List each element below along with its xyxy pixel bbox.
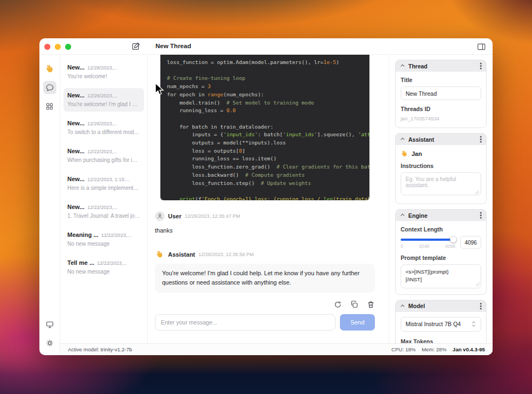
engine-card-header[interactable]: Engine — [396, 210, 486, 221]
thread-list-item[interactable]: New... 12/22/2023,... 1. Travel Journal:… — [63, 200, 144, 223]
kebab-menu-icon[interactable] — [480, 138, 482, 140]
resize-handle-icon[interactable] — [475, 190, 479, 195]
engine-card: Engine Context Length — [395, 209, 487, 295]
close-button[interactable] — [44, 44, 50, 50]
traffic-lights — [44, 44, 71, 50]
thread-preview: No new message — [67, 269, 140, 275]
monitor-icon[interactable] — [43, 318, 56, 331]
card-title: Model — [408, 303, 425, 309]
slider-ticks: 0 2048 4096 — [401, 244, 455, 249]
active-model-status: Active model: trinity-v1.2-7b — [68, 346, 132, 352]
copy-icon[interactable] — [350, 300, 358, 309]
app-version: Jan v0.4.3-95 — [453, 346, 485, 352]
left-icon-rail — [39, 55, 60, 355]
kebab-menu-icon[interactable] — [480, 65, 482, 67]
prompt-template-textarea[interactable]: <s>[INST]{prompt} [/INST] — [401, 264, 481, 288]
model-card-header[interactable]: Model — [396, 300, 486, 312]
card-title: Engine — [408, 212, 427, 219]
chevron-up-icon — [400, 63, 405, 68]
message-role: Assistant — [168, 251, 195, 258]
user-avatar-icon — [155, 211, 165, 221]
panel-toggle-icon[interactable] — [477, 42, 486, 51]
assistant-card: Assistant Jan Instructions — [395, 133, 487, 204]
message-text: thanks — [155, 226, 375, 235]
thread-title: New... — [67, 120, 84, 126]
max-tokens-label: Max Tokens — [401, 338, 481, 343]
thread-list-item[interactable]: Meaning ... 12/22/2023,... No new messag… — [63, 228, 144, 251]
assistant-card-header[interactable]: Assistant — [396, 134, 486, 145]
thread-preview: You're welcome! — [67, 73, 140, 79]
card-title: Assistant — [408, 136, 434, 143]
context-length-value[interactable]: 4096 — [460, 236, 481, 249]
threads-id-label: Threads ID — [401, 106, 481, 112]
message-bubble: You're welcome! I'm glad I could help. L… — [155, 264, 375, 293]
chat-threads-icon[interactable] — [43, 81, 56, 94]
message-input[interactable] — [155, 314, 336, 331]
chat-area: loss_function = optim.Adam(model.paramet… — [148, 55, 389, 343]
thread-preview: 1. Travel Journal: A travel journ... — [67, 213, 140, 219]
instructions-textarea[interactable] — [401, 172, 481, 195]
message-actions — [148, 300, 375, 309]
settings-panel: Thread Title Threads ID jan_1703574534 — [389, 55, 493, 343]
thread-list-item[interactable]: New... 12/22/2023, 1:15:... Here is a si… — [63, 172, 144, 195]
code-block: loss_function = optim.Adam(model.paramet… — [160, 55, 369, 200]
kebab-menu-icon[interactable] — [480, 215, 482, 216]
thread-title: New... — [67, 148, 84, 154]
chevron-up-icon — [400, 304, 405, 309]
trash-icon[interactable] — [367, 300, 375, 309]
thread-date: 12/22/2023,... — [87, 149, 117, 154]
thread-title: New... — [67, 176, 84, 182]
chevron-up-icon — [400, 213, 405, 218]
resize-handle-icon[interactable] — [475, 282, 480, 287]
slider-thumb[interactable] — [450, 236, 457, 243]
card-title: Thread — [408, 63, 427, 69]
apps-grid-icon[interactable] — [43, 100, 56, 113]
updown-chevron-icon — [471, 321, 476, 327]
compose-icon[interactable] — [131, 42, 141, 51]
jan-app-window: New Thread — [39, 38, 493, 355]
assistant-message: Assistant 12/26/2023, 12:35:56 PM You're… — [148, 235, 389, 293]
context-length-slider[interactable] — [401, 239, 455, 241]
thread-date: 12/22/2023,... — [97, 260, 127, 266]
wave-hand-icon[interactable] — [43, 62, 56, 76]
prompt-template-label: Prompt template — [401, 254, 481, 261]
thread-title: Meaning ... — [67, 231, 99, 238]
thread-title: Tell me ... — [67, 259, 94, 266]
thread-list-item[interactable]: New... 12/22/2023,... When purchasing gi… — [63, 144, 144, 167]
thread-preview: To switch to a different model,... — [67, 129, 140, 135]
kebab-menu-icon[interactable] — [480, 305, 482, 307]
thread-title-input[interactable] — [401, 86, 481, 100]
regenerate-icon[interactable] — [334, 300, 342, 309]
message-timestamp: 12/26/2023, 12:35:56 PM — [199, 252, 254, 257]
thread-card-header[interactable]: Thread — [396, 60, 486, 72]
thread-list-item[interactable]: New... 12/26/2023,... To switch to a dif… — [63, 116, 144, 140]
threads-id-value: jan_1703574534 — [401, 115, 481, 121]
minimize-button[interactable] — [55, 44, 61, 50]
thread-preview: Here is a simple implementati... — [67, 185, 140, 191]
message-timestamp: 12/26/2023, 12:35:47 PM — [184, 213, 240, 219]
model-select[interactable]: Mistral Instruct 7B Q4 — [401, 317, 481, 332]
gear-icon[interactable] — [43, 337, 56, 350]
send-button[interactable]: Send — [340, 314, 375, 331]
thread-title: New... — [67, 204, 84, 210]
thread-preview: When purchasing gifts for in-... — [67, 157, 140, 163]
model-card: Model Mistral Instruct 7B Q4 Max Tokens — [395, 300, 487, 343]
thread-list-item[interactable]: New... 12/26/2023,... You're welcome! I'… — [63, 88, 144, 112]
chevron-up-icon — [400, 137, 405, 142]
zoom-button[interactable] — [65, 44, 71, 50]
thread-date: 12/22/2023, 1:15:... — [87, 177, 130, 182]
context-length-label: Context Length — [401, 226, 481, 233]
thread-preview: You're welcome! I'm glad I cou... — [67, 101, 140, 107]
status-bar: Active model: trinity-v1.2-7b CPU: 18% M… — [60, 343, 493, 355]
thread-date: 12/28/2023,... — [87, 65, 117, 71]
title-label: Title — [401, 77, 481, 83]
thread-list-item[interactable]: New... 12/28/2023,... You're welcome! — [63, 60, 144, 84]
thread-title: New... — [67, 92, 84, 99]
thread-list: New... 12/28/2023,... You're welcome! Ne… — [60, 55, 148, 343]
thread-date: 12/22/2023,... — [101, 233, 131, 238]
thread-list-item[interactable]: Tell me ... 12/22/2023,... No new messag… — [63, 256, 144, 279]
titlebar: New Thread — [39, 38, 493, 55]
window-title: New Thread — [155, 43, 191, 49]
thread-date: 12/26/2023,... — [87, 121, 117, 126]
message-input-row: Send — [155, 314, 375, 331]
